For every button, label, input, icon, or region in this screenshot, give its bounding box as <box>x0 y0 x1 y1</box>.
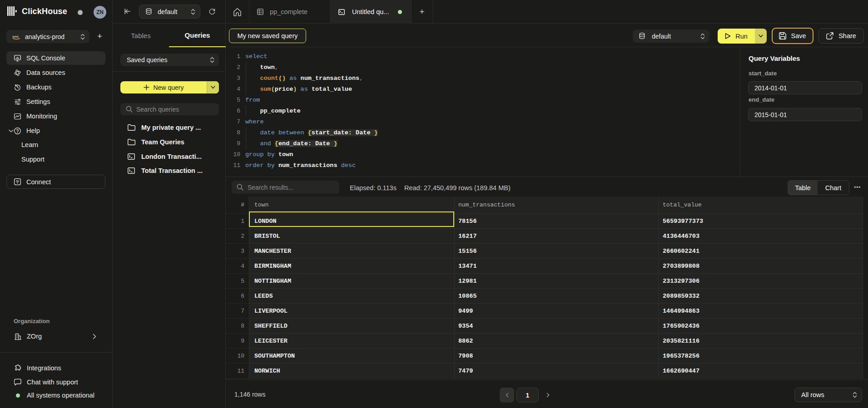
svg-text:aws: aws <box>12 34 19 39</box>
